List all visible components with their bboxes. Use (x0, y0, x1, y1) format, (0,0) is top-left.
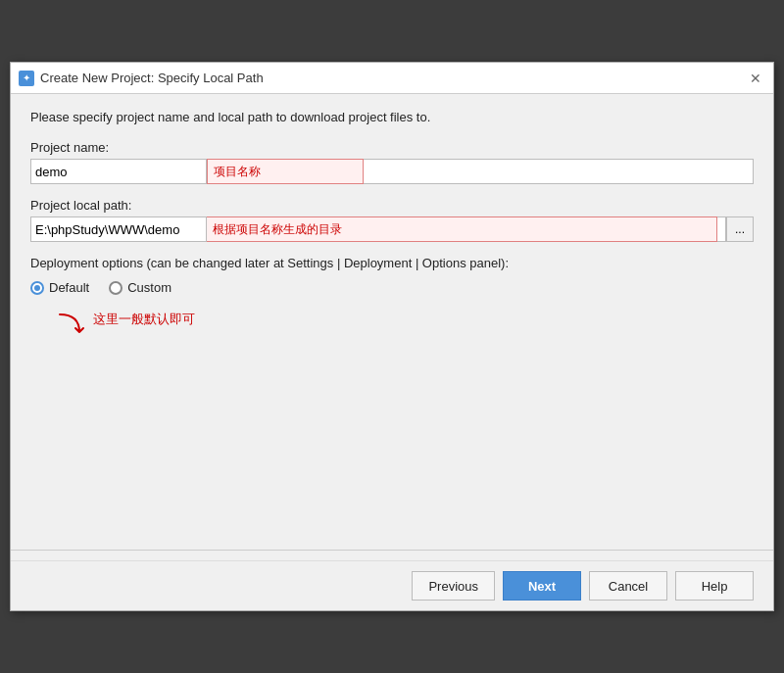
project-path-annotation: 根据项目名称生成的目录 (207, 216, 717, 242)
arrow-icon (50, 312, 89, 342)
radio-custom[interactable]: Custom (109, 280, 172, 295)
dialog-icon: ✦ (19, 71, 34, 86)
annotation-area: 这里一般默认即可 (30, 311, 754, 342)
radio-custom-circle[interactable] (109, 281, 122, 295)
next-button[interactable]: Next (503, 571, 581, 601)
arrow-annotation: 这里一般默认即可 (50, 311, 754, 342)
project-path-input[interactable] (30, 216, 207, 242)
project-name-annotation: 项目名称 (207, 159, 364, 184)
project-path-row: 根据项目名称生成的目录 ... (30, 216, 754, 242)
project-path-label: Project local path: (30, 198, 754, 213)
deployment-options-label: Deployment options (can be changed later… (30, 256, 754, 270)
project-path-extra-input[interactable] (717, 216, 726, 242)
title-bar-left: ✦ Create New Project: Specify Local Path (19, 71, 264, 86)
separator (11, 550, 773, 551)
radio-custom-label: Custom (127, 280, 172, 295)
close-button[interactable]: ✕ (746, 69, 765, 88)
radio-default[interactable]: Default (30, 280, 89, 295)
cancel-button[interactable]: Cancel (589, 571, 667, 601)
previous-button[interactable]: Previous (412, 571, 495, 601)
radio-group: Default Custom (30, 280, 754, 295)
dialog-content: Please specify project name and local pa… (11, 94, 773, 550)
annotation-text: 这里一般默认即可 (93, 311, 195, 328)
title-bar: ✦ Create New Project: Specify Local Path… (11, 63, 773, 94)
description-text: Please specify project name and local pa… (30, 110, 754, 124)
radio-default-label: Default (49, 280, 89, 295)
project-name-label: Project name: (30, 140, 754, 155)
project-name-extra-input[interactable] (364, 159, 754, 184)
button-bar: Previous Next Cancel Help (11, 560, 773, 610)
content-spacer (30, 342, 754, 538)
project-name-input[interactable] (30, 159, 207, 184)
dialog-title: Create New Project: Specify Local Path (40, 71, 264, 85)
project-name-row: 项目名称 (30, 159, 754, 184)
radio-default-circle[interactable] (30, 281, 44, 295)
browse-button[interactable]: ... (726, 216, 754, 242)
dialog: ✦ Create New Project: Specify Local Path… (10, 62, 774, 611)
help-button[interactable]: Help (675, 571, 754, 601)
